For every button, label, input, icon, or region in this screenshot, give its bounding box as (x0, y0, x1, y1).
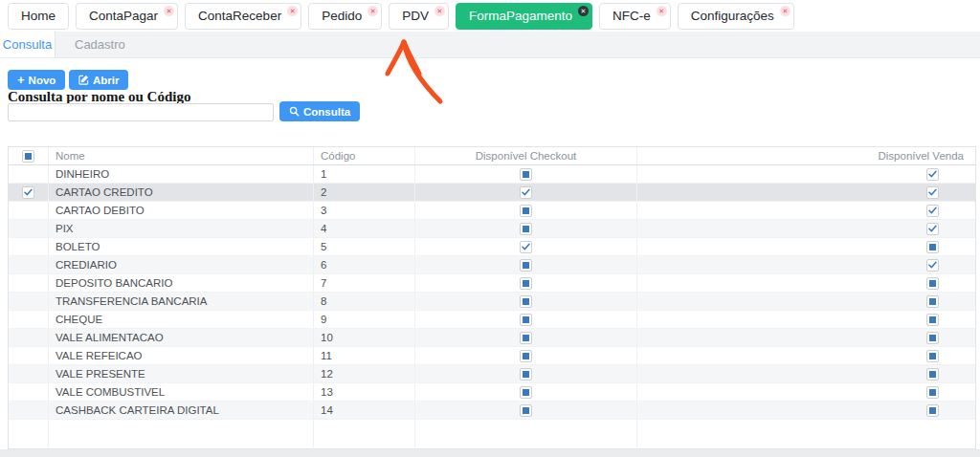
row-nome: VALE REFEICAO (49, 347, 314, 365)
table-row[interactable]: VALE ALIMENTACAO10 (9, 329, 975, 347)
row-select-cell[interactable] (9, 238, 49, 256)
table-row[interactable]: VALE REFEICAO11 (9, 347, 975, 365)
row-disponivel-venda-cell[interactable] (637, 238, 975, 256)
row-select-cell[interactable] (9, 202, 49, 220)
row-disponivel-checkout-cell[interactable] (415, 238, 637, 256)
close-tab-icon[interactable]: ✕ (287, 6, 298, 16)
column-header-disponivel-venda[interactable]: Disponível Venda (637, 147, 975, 164)
select-all-checkbox[interactable] (9, 147, 49, 164)
row-disponivel-venda-cell[interactable] (637, 220, 975, 238)
close-tab-icon[interactable]: ✕ (578, 6, 589, 16)
row-select-cell[interactable] (9, 165, 49, 184)
row-disponivel-checkout-cell[interactable] (415, 329, 637, 347)
column-header-disponivel-checkout[interactable]: Disponível Checkout (415, 147, 637, 164)
tab-cadastro[interactable]: Cadastro (75, 32, 125, 57)
row-select-cell[interactable] (9, 311, 49, 329)
row-select-cell[interactable] (9, 329, 49, 347)
row-disponivel-venda-cell[interactable] (637, 256, 975, 274)
table-row[interactable]: TRANSFERENCIA BANCARIA8 (9, 293, 975, 311)
main-tab-configura-es[interactable]: Configurações✕ (678, 3, 794, 30)
row-disponivel-checkout-cell[interactable] (415, 347, 637, 365)
row-disponivel-venda-cell[interactable] (637, 293, 975, 311)
row-disponivel-venda-cell[interactable] (637, 329, 975, 347)
checkbox-square-icon (926, 368, 939, 381)
tab-label: PDV (402, 9, 429, 23)
column-header-nome[interactable]: Nome (49, 147, 314, 164)
checkbox-square-icon (520, 314, 532, 326)
row-codigo: 5 (314, 238, 415, 256)
row-disponivel-checkout-cell[interactable] (415, 165, 637, 184)
table-row[interactable]: VALE PRESENTE12 (9, 365, 975, 383)
row-disponivel-venda-cell[interactable] (637, 383, 975, 402)
row-select-cell[interactable] (9, 293, 49, 311)
table-row[interactable]: PIX4 (9, 220, 975, 238)
main-tab-nfc-e[interactable]: NFC-e✕ (599, 3, 671, 30)
table-row[interactable]: CREDIARIO6 (9, 256, 975, 274)
close-tab-icon[interactable]: ✕ (434, 6, 445, 16)
main-tab-contapagar[interactable]: ContaPagar✕ (76, 3, 178, 30)
table-row[interactable]: CASHBACK CARTEIRA DIGITAL14 (9, 402, 975, 420)
row-disponivel-venda-cell[interactable] (637, 347, 975, 365)
row-codigo: 13 (314, 383, 415, 402)
search-input[interactable] (8, 103, 274, 121)
table-row[interactable]: DEPOSITO BANCARIO7 (9, 274, 975, 293)
main-tab-home[interactable]: Home (8, 3, 69, 30)
checkbox-square-icon (22, 150, 34, 163)
row-disponivel-checkout-cell[interactable] (415, 274, 637, 293)
column-header-codigo[interactable]: Código (314, 147, 415, 164)
novo-button[interactable]: + Novo (8, 70, 65, 90)
checkbox-square-icon (926, 314, 939, 326)
table-row[interactable]: VALE COMBUSTIVEL13 (9, 383, 975, 402)
table-row[interactable]: CARTAO CREDITO2 (9, 184, 975, 202)
row-disponivel-venda-cell[interactable] (637, 274, 975, 293)
row-disponivel-checkout-cell[interactable] (415, 293, 637, 311)
row-disponivel-venda-cell[interactable] (637, 202, 975, 220)
close-tab-icon[interactable]: ✕ (164, 6, 174, 16)
row-select-cell[interactable] (9, 274, 49, 293)
pencil-square-icon (78, 75, 89, 85)
table-row[interactable]: DINHEIRO1 (9, 165, 975, 184)
row-nome: CARTAO DEBITO (49, 202, 314, 220)
consulta-button[interactable]: Consulta (279, 101, 360, 121)
close-tab-icon[interactable]: ✕ (780, 6, 791, 16)
row-disponivel-venda-cell[interactable] (637, 311, 975, 329)
close-tab-icon[interactable]: ✕ (657, 6, 667, 16)
row-select-cell[interactable] (9, 347, 49, 365)
checkbox-square-icon (926, 404, 939, 417)
row-disponivel-checkout-cell[interactable] (415, 256, 637, 274)
row-disponivel-checkout-cell[interactable] (415, 365, 637, 383)
table-row[interactable]: CARTAO DEBITO3 (9, 202, 975, 220)
row-select-cell[interactable] (9, 383, 49, 402)
tab-label: FormaPagamento (469, 9, 572, 23)
row-disponivel-checkout-cell[interactable] (415, 184, 637, 202)
row-disponivel-venda-cell[interactable] (637, 365, 975, 383)
row-codigo: 2 (314, 184, 415, 202)
tab-label: ContaReceber (198, 9, 281, 23)
row-select-cell[interactable] (9, 402, 49, 420)
row-disponivel-checkout-cell[interactable] (415, 402, 637, 420)
row-select-cell[interactable] (9, 256, 49, 274)
table-row[interactable]: CHEQUE9 (9, 311, 975, 329)
row-select-cell[interactable] (9, 220, 49, 238)
row-disponivel-checkout-cell[interactable] (415, 311, 637, 329)
main-tab-formapagamento[interactable]: FormaPagamento✕ (456, 3, 592, 30)
row-select-cell[interactable] (9, 365, 49, 383)
checkbox-check-icon (926, 186, 939, 199)
close-tab-icon[interactable]: ✕ (368, 6, 378, 16)
row-disponivel-checkout-cell[interactable] (415, 383, 637, 402)
row-select-cell[interactable] (9, 184, 49, 202)
row-disponivel-checkout-cell[interactable] (415, 220, 637, 238)
row-codigo: 10 (314, 329, 415, 347)
main-tab-pdv[interactable]: PDV✕ (389, 3, 449, 30)
tab-consulta[interactable]: Consulta (0, 32, 56, 57)
row-disponivel-checkout-cell[interactable] (415, 202, 637, 220)
main-tab-pedido[interactable]: Pedido✕ (308, 3, 382, 30)
abrir-button[interactable]: Abrir (69, 70, 128, 90)
table-row[interactable]: BOLETO5 (9, 238, 975, 256)
checkbox-square-icon (520, 168, 532, 181)
row-disponivel-venda-cell[interactable] (637, 402, 975, 420)
row-disponivel-venda-cell[interactable] (637, 184, 975, 202)
row-disponivel-venda-cell[interactable] (637, 165, 975, 184)
row-nome: VALE PRESENTE (49, 365, 314, 383)
main-tab-contareceber[interactable]: ContaReceber✕ (185, 3, 301, 30)
